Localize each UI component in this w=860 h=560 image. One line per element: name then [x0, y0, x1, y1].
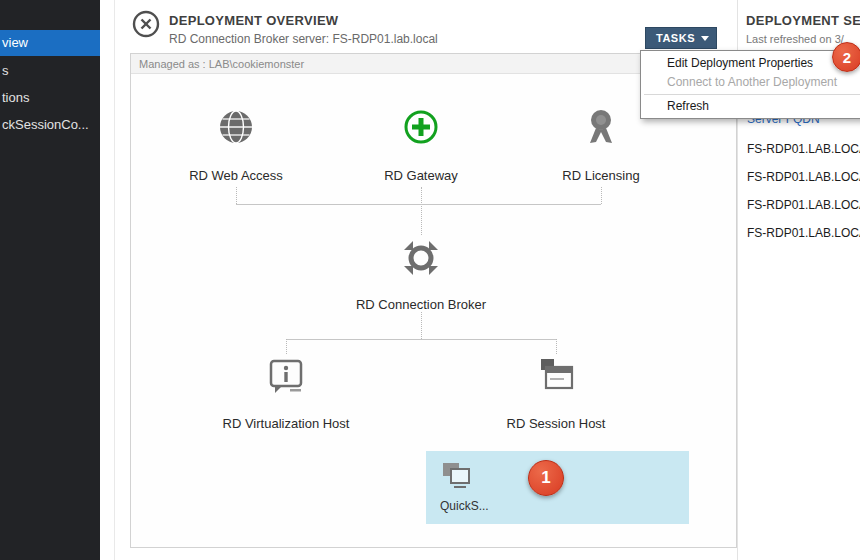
sidebar-item-quicksessioncollection[interactable]: ckSessionCo...: [0, 112, 100, 138]
node-rd-session-host[interactable]: RD Session Host: [471, 354, 641, 431]
menu-item-refresh[interactable]: Refresh: [641, 97, 860, 116]
sidebar-item-collections[interactable]: tions: [0, 85, 100, 111]
step-badge-2: 2: [832, 42, 860, 72]
collection-monitors-icon: [440, 460, 474, 496]
node-label: RD Connection Broker: [336, 297, 506, 312]
tasks-button-label: TASKS: [656, 32, 695, 44]
connector-line: [556, 339, 557, 354]
tasks-menu: Edit Deployment Properties Connect to An…: [640, 50, 860, 119]
connector-line: [236, 204, 601, 205]
node-label: RD Licensing: [516, 168, 686, 183]
node-label: RD Gateway: [336, 168, 506, 183]
nav-divider: [114, 0, 115, 560]
server-manager-rds-screen: view s tions ckSessionCo... DEPLOYMENT O…: [0, 0, 860, 560]
page-title: DEPLOYMENT OVERVIEW: [169, 13, 338, 28]
tasks-button[interactable]: TASKS: [645, 27, 717, 49]
node-rd-gateway[interactable]: RD Gateway: [336, 106, 506, 183]
menu-item-connect-to-another-deployment: Connect to Another Deployment: [641, 73, 860, 92]
connector-line: [236, 187, 237, 204]
node-rd-web-access[interactable]: RD Web Access: [151, 106, 321, 183]
collection-tile-label: QuickS...: [440, 499, 489, 513]
connector-line: [286, 339, 556, 340]
broker-target-icon: [398, 267, 444, 284]
connector-line: [601, 187, 602, 204]
node-rd-connection-broker[interactable]: RD Connection Broker: [336, 235, 506, 312]
step-badge-1: 1: [528, 460, 564, 496]
server-row[interactable]: FS-RDP01.LAB.LOCAL: [747, 142, 860, 156]
connector-line: [421, 187, 422, 235]
page-subtitle: RD Connection Broker server: FS-RDP01.la…: [169, 32, 438, 46]
node-label: RD Virtualization Host: [201, 416, 371, 431]
deployment-overview-icon: [131, 9, 161, 39]
node-rd-virtualization-host[interactable]: RD Virtualization Host: [201, 354, 371, 431]
node-label: RD Web Access: [151, 168, 321, 183]
award-ribbon-icon: [578, 138, 624, 155]
chevron-down-icon: [701, 36, 709, 41]
info-bubble-icon: [263, 386, 309, 403]
sidebar-item-servers[interactable]: s: [0, 58, 100, 84]
server-row[interactable]: FS-RDP01.LAB.LOCAL: [747, 226, 860, 240]
deployment-servers-title: DEPLOYMENT SERVERS: [746, 13, 860, 28]
last-refreshed-text: Last refreshed on 3/: [746, 33, 844, 45]
collection-tile-quicksessioncollection[interactable]: QuickS... 1: [426, 451, 689, 524]
menu-separator: [644, 94, 860, 95]
menu-item-edit-deployment-properties[interactable]: Edit Deployment Properties: [641, 54, 860, 73]
sidebar: view s tions ckSessionCo...: [0, 0, 100, 560]
node-label: RD Session Host: [471, 416, 641, 431]
connector-line: [421, 312, 422, 339]
globe-icon: [213, 138, 259, 155]
session-host-server-icon: [533, 386, 579, 403]
add-gateway-plus-icon: [398, 138, 444, 155]
sidebar-item-overview[interactable]: view: [0, 30, 100, 56]
server-row[interactable]: FS-RDP01.LAB.LOCAL: [747, 198, 860, 212]
server-row[interactable]: FS-RDP01.LAB.LOCAL: [747, 170, 860, 184]
connector-line: [286, 339, 287, 354]
deployment-diagram-panel: Managed as : LAB\cookiemonster RD Web Ac…: [130, 53, 737, 548]
